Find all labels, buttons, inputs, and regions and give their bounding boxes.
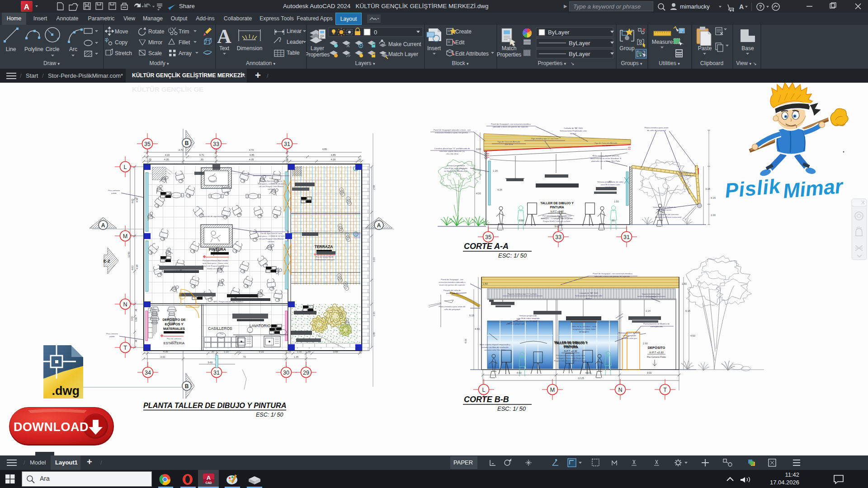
svg-text:M: M — [123, 233, 127, 239]
svg-text:Ventana proyectada: Ventana proyectada — [519, 314, 537, 317]
svg-text:6.15: 6.15 — [685, 310, 690, 312]
svg-text:blanco: blanco — [586, 297, 592, 300]
svg-text:MIYASATO: MIYASATO — [579, 331, 590, 333]
svg-text:Copy: Copy — [115, 39, 127, 46]
svg-text:Piso porcelanato Spo Loredo se: Piso porcelanato Spo Loredo serie — [556, 354, 585, 357]
svg-text:Termoaislante Preplotado color: Termoaislante Preplotado color — [560, 130, 587, 132]
svg-text:T: T — [663, 387, 667, 393]
svg-text:caña de guayaquil: caña de guayaquil — [444, 308, 460, 310]
svg-text:.90: .90 — [611, 219, 615, 222]
svg-text:cm con Fragua Color Blanco: cm con Fragua Color Blanco — [259, 238, 284, 240]
svg-text:31: 31 — [623, 234, 630, 240]
svg-text:estructura metálica adosado a: estructura metálica adosado a — [439, 281, 466, 283]
svg-text:guayaquil de 4": guayaquil de 4" — [680, 174, 694, 177]
svg-text:Unión metálica múltiple de: Unión metálica múltiple de — [653, 206, 676, 208]
svg-text:1.20: 1.20 — [493, 169, 498, 172]
svg-text:fibrocemento en techo Standar: fibrocemento en techo Standard .S — [590, 157, 621, 160]
svg-text:12.25: 12.25 — [578, 377, 584, 380]
svg-text:corte H de vidrio templado: corte H de vidrio templado — [444, 167, 467, 169]
svg-text:Create: Create — [455, 28, 472, 35]
svg-text:Mimar: Mimar — [782, 174, 845, 203]
svg-text:.25: .25 — [148, 158, 151, 161]
svg-text:31: 31 — [284, 141, 290, 147]
svg-text:Viga metálica tipo "C" e= 2 mm: Viga metálica tipo "C" e= 2 mm — [531, 137, 559, 140]
svg-text:35: 35 — [144, 141, 151, 147]
svg-text:4.63: 4.63 — [585, 371, 590, 374]
svg-text:Properties: Properties — [306, 52, 330, 58]
svg-text:4.00: 4.00 — [160, 356, 165, 358]
svg-text:DEPOSITO DE: DEPOSITO DE — [162, 318, 185, 322]
svg-text:TERRAZA: TERRAZA — [315, 244, 333, 249]
svg-text:LAVATORIOS: LAVATORIOS — [250, 324, 274, 328]
svg-text:MIYASATO: MIYASATO — [605, 186, 616, 188]
svg-text:e=5mm.: e=5mm. — [268, 188, 275, 190]
svg-text:Pérgola de caña de: Pérgola de caña de — [679, 172, 696, 174]
svg-text:Base: Base — [741, 45, 754, 52]
svg-text:Properties: Properties — [497, 52, 522, 58]
svg-text:Armado con Fierro estructural: Armado con Fierro estructural — [655, 216, 681, 218]
svg-text:N: N — [123, 301, 127, 308]
svg-text:3.15: 3.15 — [705, 188, 710, 190]
svg-text:Circle: Circle — [46, 46, 60, 52]
svg-text:Piso de cemento: Piso de cemento — [167, 338, 182, 340]
svg-text:Array: Array — [179, 50, 192, 56]
svg-text:"C" e=2mm: "C" e=2mm — [646, 296, 656, 298]
svg-text:CORTE B-B: CORTE B-B — [464, 395, 509, 404]
svg-text:NPT . Proyección de viga metá: NPT . Proyección de viga metálica — [213, 300, 243, 303]
svg-text:4.70: 4.70 — [249, 149, 254, 151]
svg-text:9.60: 9.60 — [208, 361, 213, 364]
svg-text:ESC: 1/ 50: ESC: 1/ 50 — [497, 405, 526, 412]
svg-text:Termoaislante Preplotado color: Termoaislante Preplotado color — [575, 295, 603, 297]
svg-text:4.00: 4.00 — [476, 192, 481, 195]
svg-text:N.P.T +0.30: N.P.T +0.30 — [551, 210, 564, 213]
svg-text:31: 31 — [213, 370, 220, 376]
svg-text:33: 33 — [555, 234, 561, 240]
svg-text:Match: Match — [502, 45, 517, 52]
svg-text:Match Layer: Match Layer — [388, 51, 418, 57]
svg-text:Edit Attributes: Edit Attributes — [455, 51, 489, 57]
svg-text:60x60 cm e=5mm.: 60x60 cm e=5mm. — [207, 267, 223, 270]
svg-text:TALLER DE DIBUJO Y: TALLER DE DIBUJO Y — [555, 342, 588, 345]
svg-text:Fragua 60x60 Color gris e=5mm.: Fragua 60x60 Color gris e=5mm. — [543, 220, 571, 222]
svg-text:12.90: 12.90 — [127, 252, 130, 258]
svg-text:Vectara proyectada: Vectara proyectada — [508, 323, 525, 325]
svg-text:Pislik: Pislik — [724, 174, 782, 202]
svg-text:Linear: Linear — [287, 28, 302, 34]
svg-text:.48: .48 — [135, 309, 137, 312]
svg-text:29: 29 — [303, 370, 309, 376]
svg-text:CAD: CAD — [205, 481, 212, 484]
svg-text:DEPÓSITO: DEPÓSITO — [648, 346, 665, 350]
svg-text:Layer: Layer — [311, 45, 324, 52]
svg-text:6.15: 6.15 — [469, 314, 474, 317]
svg-text:Proyección de viga metálica: Proyección de viga metálica — [200, 215, 225, 217]
svg-text:B: B — [185, 383, 189, 389]
svg-text:33: 33 — [213, 141, 219, 147]
svg-text:Make Current: Make Current — [388, 41, 421, 47]
svg-text:EQUIPOS Y: EQUIPOS Y — [165, 322, 183, 326]
svg-text:3.00: 3.00 — [476, 148, 481, 150]
svg-text:4.63: 4.63 — [517, 371, 522, 374]
svg-text:Seet gress - COSMOS 14.5x50: Seet gress - COSMOS 14.5x50 — [258, 183, 285, 185]
svg-text:.dwg: .dwg — [52, 384, 80, 398]
svg-text:acústica color Gris Polar: acústica color Gris Polar — [484, 349, 506, 351]
svg-text:A: A — [377, 222, 381, 229]
svg-text:ByLayer: ByLayer — [548, 29, 570, 36]
svg-text:A: A — [101, 222, 105, 229]
svg-text:antideslizante color gris: antideslizante color gris — [315, 258, 335, 261]
svg-text:Panel de Guayaquil , con estru: Panel de Guayaquil , con estructura metá… — [593, 272, 632, 275]
svg-text:A: A — [24, 3, 29, 11]
svg-text:.25: .25 — [285, 158, 288, 161]
svg-text:PINTURA: PINTURA — [209, 247, 226, 252]
svg-text:30: 30 — [283, 370, 289, 376]
svg-text:mimarlucky: mimarlucky — [680, 3, 710, 10]
svg-text:ESC: 1/ 50: ESC: 1/ 50 — [256, 412, 283, 418]
svg-text:Fillet: Fillet — [179, 39, 190, 46]
svg-text:Panel de Guayaquil adosado a m: Panel de Guayaquil adosado a muro , con — [434, 129, 471, 131]
svg-text:Table: Table — [287, 50, 300, 56]
svg-text:Calzado de TAT 1000: Calzado de TAT 1000 — [564, 127, 583, 129]
svg-text:3.46: 3.46 — [269, 177, 274, 179]
svg-text:L: L — [482, 387, 486, 393]
svg-text:4.63: 4.63 — [131, 266, 134, 270]
svg-text:E-Z: E-Z — [104, 259, 110, 263]
svg-text:L: L — [124, 164, 127, 170]
